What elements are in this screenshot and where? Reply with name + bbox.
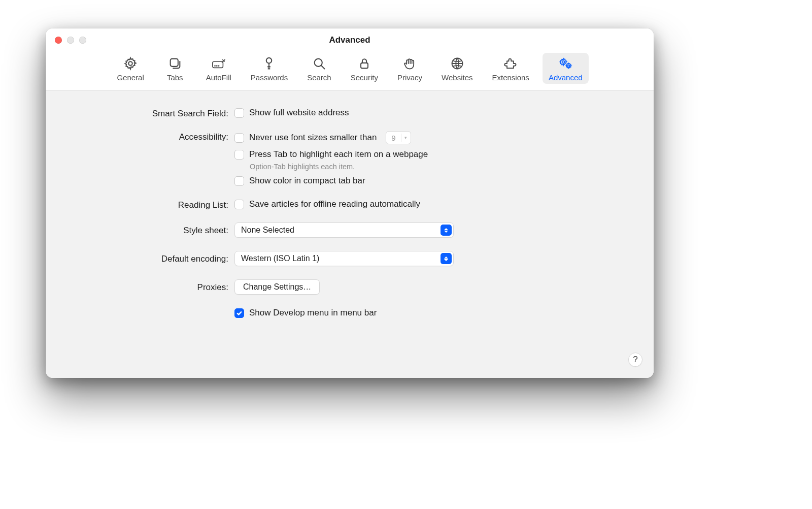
tab-passwords[interactable]: Passwords	[245, 53, 294, 84]
svg-rect-1	[170, 59, 178, 67]
tab-label: Advanced	[549, 73, 583, 82]
tab-websites[interactable]: Websites	[435, 53, 479, 84]
svg-point-4	[217, 66, 217, 66]
press-tab-checkbox[interactable]	[234, 150, 244, 160]
hand-icon	[402, 56, 417, 71]
font-size-stepper[interactable]: 9 ▾	[386, 131, 411, 144]
show-color-compact-label: Show color in compact tab bar	[249, 176, 365, 186]
tab-label: General	[117, 73, 144, 82]
show-color-compact-checkbox[interactable]	[234, 176, 244, 186]
show-full-address-checkbox[interactable]	[234, 108, 244, 118]
lock-icon	[357, 56, 372, 71]
show-full-address-label: Show full website address	[249, 108, 349, 118]
font-size-value: 9	[386, 134, 401, 142]
never-font-smaller-checkbox[interactable]	[234, 133, 244, 143]
tab-general[interactable]: General	[111, 53, 150, 84]
tab-label: Websites	[442, 73, 472, 82]
tab-label: Extensions	[492, 73, 529, 82]
tab-label: Passwords	[251, 73, 288, 82]
default-encoding-value: Western (ISO Latin 1)	[241, 254, 319, 263]
never-font-smaller-label: Never use font sizes smaller than	[249, 133, 377, 143]
svg-point-11	[568, 65, 570, 67]
tab-privacy[interactable]: Privacy	[391, 53, 428, 84]
press-tab-hint: Option-Tab highlights each item.	[250, 163, 638, 171]
autofill-icon	[211, 56, 226, 71]
tab-security[interactable]: Security	[345, 53, 384, 84]
save-offline-label: Save articles for offline reading automa…	[249, 199, 420, 209]
smart-search-label: Smart Search Field:	[61, 108, 228, 119]
globe-icon	[450, 56, 465, 71]
search-icon	[312, 56, 327, 71]
show-develop-menu-checkbox[interactable]	[234, 308, 244, 318]
key-icon	[261, 56, 277, 71]
window-minimize-button[interactable]	[67, 37, 74, 44]
proxies-label: Proxies:	[61, 279, 228, 293]
puzzle-icon	[503, 56, 518, 71]
traffic-lights	[55, 37, 86, 44]
style-sheet-label: Style sheet:	[61, 222, 228, 236]
preferences-toolbar: General Tabs	[46, 52, 654, 90]
tab-label: Security	[351, 73, 378, 82]
default-encoding-popup[interactable]: Western (ISO Latin 1)	[234, 251, 454, 266]
tab-extensions[interactable]: Extensions	[486, 53, 535, 84]
accessibility-label: Accessibility:	[61, 131, 228, 142]
tab-tabs[interactable]: Tabs	[157, 53, 193, 84]
window-fullscreen-button[interactable]	[79, 37, 86, 44]
svg-rect-8	[361, 63, 368, 68]
save-offline-checkbox[interactable]	[234, 200, 244, 209]
gears-icon	[558, 56, 573, 71]
svg-point-3	[215, 66, 215, 66]
tab-label: AutoFill	[206, 73, 231, 82]
tab-search[interactable]: Search	[301, 53, 337, 84]
default-encoding-label: Default encoding:	[61, 251, 228, 264]
tab-label: Tabs	[167, 73, 183, 82]
tab-advanced[interactable]: Advanced	[543, 53, 589, 84]
titlebar: Advanced	[46, 28, 654, 52]
svg-point-5	[218, 66, 219, 66]
advanced-pane: Smart Search Field: Show full website ad…	[46, 90, 654, 378]
popup-stepper-icon	[441, 225, 452, 236]
style-sheet-value: None Selected	[241, 226, 294, 235]
svg-point-0	[128, 61, 132, 65]
popup-stepper-icon	[441, 253, 452, 264]
style-sheet-popup[interactable]: None Selected	[234, 222, 454, 238]
window-close-button[interactable]	[55, 37, 62, 44]
press-tab-label: Press Tab to highlight each item on a we…	[249, 149, 428, 160]
svg-point-6	[266, 58, 272, 63]
chevron-down-icon: ▾	[401, 135, 411, 140]
window-title: Advanced	[329, 35, 370, 45]
help-button[interactable]: ?	[628, 353, 642, 367]
reading-list-label: Reading List:	[61, 199, 228, 210]
gear-icon	[123, 56, 138, 71]
tab-label: Search	[307, 73, 331, 82]
svg-rect-2	[213, 61, 223, 68]
tab-label: Privacy	[397, 73, 422, 82]
preferences-window: Advanced General	[46, 28, 654, 378]
change-settings-button[interactable]: Change Settings…	[234, 279, 320, 295]
tabs-icon	[167, 56, 183, 71]
tab-autofill[interactable]: AutoFill	[200, 53, 238, 84]
svg-point-10	[562, 61, 565, 63]
show-develop-menu-label: Show Develop menu in menu bar	[249, 308, 377, 318]
